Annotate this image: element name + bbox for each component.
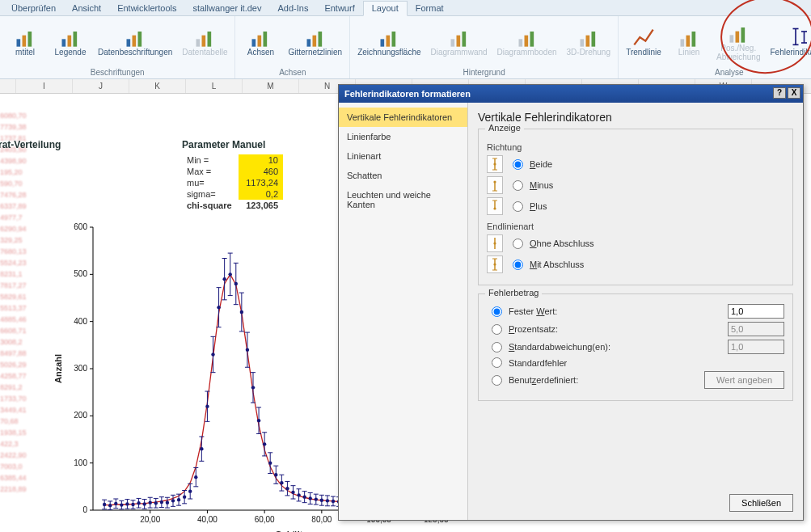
amount-label[interactable]: Benutzerdefiniert:: [509, 375, 578, 385]
direction-label[interactable]: Plus: [530, 201, 547, 211]
dialog-nav-item[interactable]: Schatten: [339, 166, 467, 185]
direction-label[interactable]: Beide: [530, 159, 552, 169]
ribbon-group-label: Hintergrund: [463, 67, 505, 78]
svg-point-171: [240, 310, 243, 314]
direction-radio[interactable]: [513, 159, 523, 170]
svg-point-123: [171, 499, 175, 502]
svg-rect-5: [74, 32, 78, 47]
ribbon-btn-label: Datenbeschriftungen: [98, 49, 172, 57]
param-row: Min =10: [182, 154, 283, 166]
svg-rect-8: [138, 32, 142, 47]
ribbon-btn-label: Legende: [55, 49, 87, 57]
svg-point-143: [200, 447, 203, 450]
column-header[interactable]: I: [16, 79, 73, 93]
ribbon-btn-label: Linien: [678, 49, 700, 57]
ribbon-btn-chart-title[interactable]: mtitel: [3, 19, 47, 66]
direction-icon: [487, 155, 503, 173]
endcap-radio[interactable]: [513, 260, 523, 270]
dialog-nav-item[interactable]: Linienart: [339, 146, 467, 166]
ribbon-btn-error-bars[interactable]: Fehlerindikatoren: [766, 19, 811, 66]
dialog-nav-item[interactable]: Vertikale Fehlerindikatoren: [339, 108, 467, 127]
dialog-help-button[interactable]: ?: [773, 87, 786, 99]
svg-rect-13: [258, 36, 262, 47]
ribbon-btn-label: Fehlerindikatoren: [770, 49, 811, 57]
amount-label[interactable]: Standardfehler: [509, 358, 567, 368]
ribbon-btn-legend[interactable]: Legende: [49, 19, 92, 66]
ribbon-btn-label: Zeichnungsfläche: [357, 49, 420, 57]
svg-rect-28: [585, 36, 589, 47]
column-header[interactable]: L: [186, 79, 243, 93]
amount-radio[interactable]: [492, 324, 502, 335]
svg-text:60,00: 60,00: [255, 515, 275, 524]
chart-wall-icon: [448, 27, 471, 47]
left-blurred-numbers: 6080,707739,381737,812403,504398,90195,2…: [0, 110, 34, 495]
svg-rect-34: [736, 32, 740, 43]
amount-option: Standardfehler: [487, 357, 784, 368]
endcap-label[interactable]: Mit Abschluss: [530, 260, 584, 269]
direction-option: Minus: [487, 176, 784, 194]
tab-stallwanger-it-dev[interactable]: stallwanger it.dev: [184, 2, 269, 15]
ribbon-btn-trendline[interactable]: Trendlinie: [622, 19, 665, 66]
svg-point-195: [274, 473, 277, 476]
direction-label[interactable]: Minus: [530, 180, 553, 190]
direction-radio[interactable]: [513, 180, 523, 191]
ribbon-btn-rotate-3d: 3D-Drehung: [563, 19, 615, 66]
amount-input[interactable]: [728, 304, 784, 319]
endcap-label[interactable]: Ohne Abschluss: [530, 239, 594, 248]
svg-rect-24: [518, 40, 522, 47]
tab-entwurf[interactable]: Entwurf: [316, 2, 362, 15]
endcap-radio[interactable]: [513, 239, 523, 249]
ribbon-group-label: Analyse: [715, 67, 744, 78]
svg-point-343: [493, 163, 496, 165]
amount-radio[interactable]: [492, 357, 502, 368]
svg-rect-4: [68, 36, 72, 47]
tab--berpr-fen[interactable]: Überprüfen: [3, 2, 64, 15]
amount-label[interactable]: Fester Wert:: [509, 306, 557, 316]
endcap-option: Ohne Abschluss: [487, 234, 784, 252]
svg-point-203: [285, 487, 289, 490]
ribbon-btn-label: Datentabelle: [182, 49, 227, 57]
ribbon-btn-plot-area[interactable]: Zeichnungsfläche: [353, 19, 425, 66]
svg-point-346: [493, 180, 496, 183]
tab-ansicht[interactable]: Ansicht: [64, 2, 109, 15]
amount-radio[interactable]: [492, 306, 502, 317]
svg-rect-1: [23, 36, 27, 47]
column-header[interactable]: [0, 79, 16, 93]
sheet-title: rat-Verteilung: [0, 139, 61, 150]
ribbon-btn-axes[interactable]: Achsen: [239, 19, 282, 66]
dialog-titlebar[interactable]: Fehlerindikatoren formatieren ? X: [339, 85, 803, 103]
svg-point-235: [332, 500, 335, 503]
column-header[interactable]: M: [243, 79, 299, 93]
amount-radio[interactable]: [492, 342, 502, 353]
ribbon-btn-gridlines[interactable]: Gitternetzlinien: [284, 19, 346, 66]
format-error-bars-dialog: Fehlerindikatoren formatieren ? X Vertik…: [338, 84, 804, 521]
tab-format[interactable]: Format: [408, 2, 452, 15]
tab-layout[interactable]: Layout: [363, 1, 408, 16]
amount-label[interactable]: Standardabweichung(en):: [509, 342, 610, 352]
svg-rect-27: [580, 40, 584, 47]
dialog-close-button[interactable]: X: [788, 87, 800, 99]
svg-point-111: [154, 501, 158, 505]
dialog-nav-item[interactable]: Linienfarbe: [339, 127, 467, 146]
ribbon-btn-data-labels[interactable]: Datenbeschriftungen: [94, 19, 176, 66]
tab-entwicklertools[interactable]: Entwicklertools: [109, 2, 184, 15]
column-header[interactable]: K: [129, 79, 186, 93]
svg-rect-31: [686, 36, 691, 47]
subheading-endlinie: Endlinienart: [487, 222, 784, 231]
svg-text:300: 300: [74, 364, 87, 373]
svg-rect-32: [692, 32, 696, 47]
tab-add-ins[interactable]: Add-Ins: [269, 2, 316, 15]
direction-radio[interactable]: [513, 201, 523, 212]
svg-text:80,00: 80,00: [311, 515, 332, 524]
svg-point-167: [234, 282, 238, 285]
close-button[interactable]: Schließen: [729, 494, 793, 512]
svg-rect-21: [450, 40, 454, 47]
dialog-nav-item[interactable]: Leuchten und weiche Kanten: [339, 185, 467, 214]
ribbon-btn-label: Trendlinie: [626, 49, 661, 57]
svg-point-231: [326, 499, 329, 502]
svg-point-159: [222, 277, 226, 281]
amount-radio[interactable]: [492, 375, 502, 386]
amount-label[interactable]: Prozentsatz:: [509, 324, 558, 334]
column-header[interactable]: J: [73, 79, 129, 93]
endcap-icon: [487, 255, 503, 273]
